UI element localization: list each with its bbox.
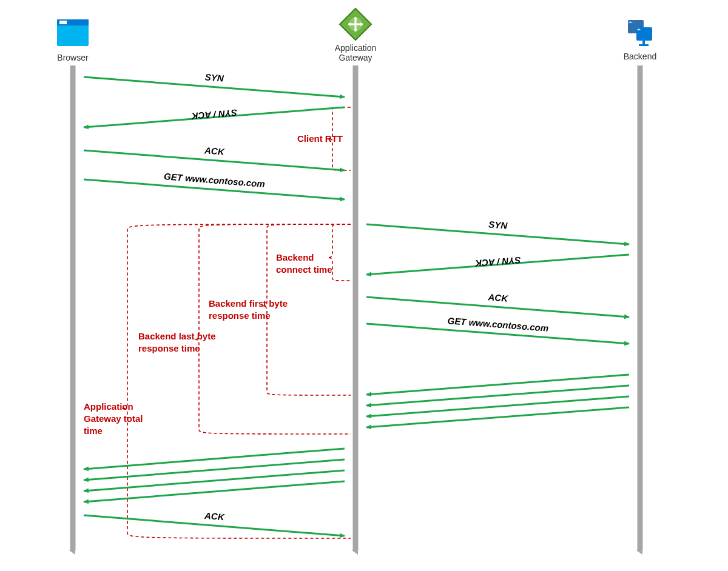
- application-gateway-icon: [340, 8, 371, 40]
- actor-label-backend: Backend: [624, 52, 656, 61]
- bracket-label-b1: Client RTT: [297, 133, 343, 144]
- message-label-m17: ACK: [204, 510, 226, 523]
- bracket-label-b4: Backend last byteresponse time: [138, 331, 216, 353]
- svg-rect-2: [59, 21, 67, 24]
- svg-rect-8: [642, 41, 645, 44]
- bracket-b3: [262, 224, 351, 395]
- message-label-m2: SYN / ACK: [190, 108, 238, 122]
- backend-icon: [628, 20, 652, 46]
- message-label-m5: SYN: [488, 219, 508, 230]
- bracket-label-b5: ApplicationGateway totaltime: [84, 401, 143, 436]
- message-label-m1: SYN: [204, 72, 224, 83]
- message-arrow-m10: [366, 386, 629, 406]
- svg-rect-9: [639, 44, 649, 46]
- message-label-m7: ACK: [487, 292, 509, 304]
- message-arrow-m12: [366, 407, 629, 427]
- message-arrow-m16: [84, 481, 345, 502]
- browser-icon: [57, 19, 89, 46]
- actor-label-gateway-line1: Application: [335, 43, 377, 53]
- bracket-label-b2: Backendconnect time: [276, 252, 332, 275]
- message-arrow-m14: [84, 459, 345, 480]
- message-label-m6: SYN / ACK: [474, 255, 522, 269]
- message-label-m3: ACK: [204, 145, 226, 157]
- actor-label-gateway-line2: Gateway: [339, 53, 372, 62]
- message-arrow-m15: [84, 470, 345, 491]
- message-arrow-m11: [366, 396, 629, 416]
- bracket-label-b3: Backend first byteresponse time: [209, 298, 288, 321]
- message-arrow-m9: [366, 375, 629, 395]
- message-arrow-m13: [84, 449, 345, 469]
- actor-label-browser: Browser: [57, 53, 89, 62]
- bracket-b4: [194, 224, 351, 434]
